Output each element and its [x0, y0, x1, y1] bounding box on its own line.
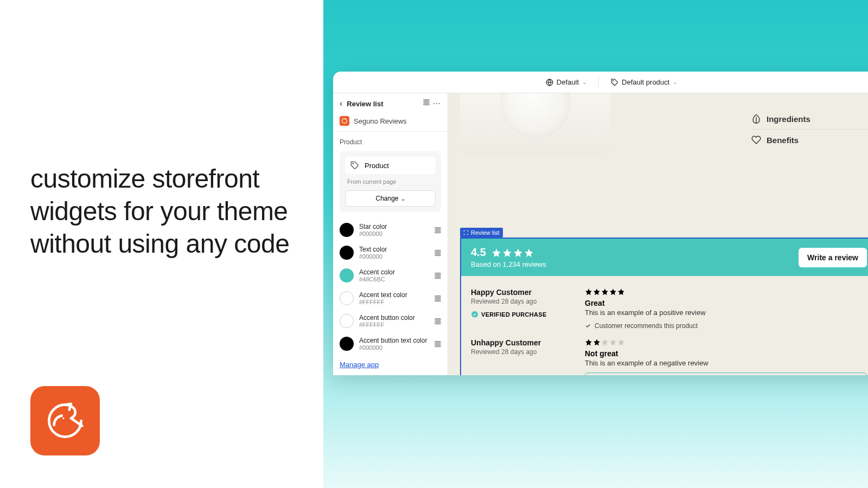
- sidebar-title: Review list: [347, 100, 383, 108]
- product-selector[interactable]: Default product⌄: [611, 78, 677, 86]
- review-reply: Reply from Fresh SkincareThis is an exam…: [585, 373, 867, 375]
- color-swatch: [340, 223, 354, 237]
- headline: customize storefront widgets for your th…: [30, 163, 293, 260]
- leaf-icon: [751, 114, 761, 124]
- reviewer-name: Happy Customer: [471, 288, 569, 297]
- color-row-4[interactable]: Accent button color#FFFFFF: [333, 310, 448, 332]
- svg-point-0: [62, 418, 64, 419]
- product-image: [460, 93, 610, 154]
- database-icon[interactable]: [435, 341, 441, 347]
- section-label: Product: [340, 138, 441, 146]
- review-item: Happy CustomerReviewed 28 days agoVERIFI…: [471, 284, 867, 334]
- expand-icon: [463, 230, 469, 235]
- color-swatch: [340, 246, 354, 260]
- verified-badge: VERIFIED PURCHASE: [471, 311, 569, 318]
- color-label: Accent text color: [359, 291, 429, 299]
- color-value: #FFFFFF: [359, 299, 429, 305]
- app-name-row[interactable]: Seguno Reviews: [333, 114, 448, 131]
- color-value: #000000: [359, 344, 429, 351]
- from-text: From current page: [345, 178, 436, 185]
- color-swatch: [340, 337, 354, 351]
- review-date: Reviewed 28 days ago: [471, 298, 569, 305]
- canvas: Ingredients⌄ Benefits⌄ Review list: [448, 93, 868, 375]
- color-value: #000000: [359, 253, 429, 260]
- color-label: Star color: [359, 223, 429, 230]
- widget-tag: Review list: [460, 228, 503, 237]
- color-value: #FFFFFF: [359, 322, 429, 328]
- review-item: Unhappy CustomerReviewed 28 days agoNot …: [471, 334, 867, 375]
- accordion-ingredients[interactable]: Ingredients⌄: [751, 108, 868, 130]
- color-label: Accent color: [359, 268, 429, 276]
- color-swatch: [340, 314, 354, 328]
- tag-icon: [350, 161, 359, 170]
- check-icon: [585, 323, 591, 329]
- review-widget: 4.5 Based on 1,234 reviews Write a revie…: [460, 237, 868, 375]
- color-label: Text color: [359, 246, 429, 253]
- color-swatch: [340, 291, 354, 305]
- write-review-button[interactable]: Write a review: [799, 248, 867, 267]
- change-button[interactable]: Change⌄: [345, 190, 436, 207]
- verified-icon: [471, 311, 478, 318]
- recommends: Customer recommends this product: [585, 322, 867, 330]
- color-row-3[interactable]: Accent text color#FFFFFF: [333, 287, 448, 310]
- color-label: Accent button color: [359, 314, 429, 322]
- database-icon[interactable]: [435, 250, 441, 256]
- review-date: Reviewed 28 days ago: [471, 348, 569, 356]
- rating-value: 4.5: [471, 246, 486, 259]
- color-row-1[interactable]: Text color#000000: [333, 241, 448, 264]
- manage-app-link[interactable]: Manage app: [340, 361, 379, 369]
- accordion-benefits[interactable]: Benefits⌄: [751, 130, 868, 150]
- color-value: #000000: [359, 230, 429, 237]
- database-icon[interactable]: [435, 227, 441, 233]
- back-icon[interactable]: ‹: [340, 99, 342, 108]
- review-stars: [585, 288, 867, 296]
- review-title: Great: [585, 299, 867, 307]
- svg-point-4: [353, 163, 353, 164]
- database-icon[interactable]: [435, 296, 441, 301]
- more-icon[interactable]: ⋯: [433, 99, 441, 108]
- database-icon[interactable]: [435, 318, 441, 324]
- svg-point-2: [613, 80, 614, 81]
- reviewer-name: Unhappy Customer: [471, 338, 569, 347]
- browser-window: Default⌄ Default product⌄ ‹ Review list …: [333, 72, 868, 375]
- review-title: Not great: [585, 349, 867, 358]
- color-swatch: [340, 268, 354, 282]
- color-value: #48C6BC: [359, 276, 429, 282]
- review-stars: [585, 338, 867, 346]
- database-icon[interactable]: [423, 99, 430, 108]
- color-row-0[interactable]: Star color#000000: [333, 219, 448, 241]
- app-icon: [340, 116, 349, 126]
- product-row[interactable]: Product: [345, 157, 436, 174]
- svg-point-3: [342, 119, 347, 124]
- top-bar: Default⌄ Default product⌄: [333, 72, 868, 93]
- color-label: Accent button text color: [359, 337, 429, 344]
- heart-icon: [751, 135, 761, 145]
- accordion: Ingredients⌄ Benefits⌄: [751, 108, 868, 150]
- review-body: This is an example of a negative review: [585, 359, 867, 367]
- database-icon[interactable]: [435, 273, 441, 279]
- sidebar: ‹ Review list ⋯ Seguno Reviews Product: [333, 93, 448, 375]
- review-count: Based on 1,234 reviews: [471, 260, 546, 268]
- seguno-logo: [30, 386, 100, 455]
- review-body: This is an example of a positive review: [585, 309, 867, 317]
- rating-stars: [492, 248, 545, 258]
- theme-selector[interactable]: Default⌄: [546, 78, 586, 86]
- color-row-2[interactable]: Accent color#48C6BC: [333, 264, 448, 287]
- color-row-5[interactable]: Accent button text color#000000: [333, 332, 448, 355]
